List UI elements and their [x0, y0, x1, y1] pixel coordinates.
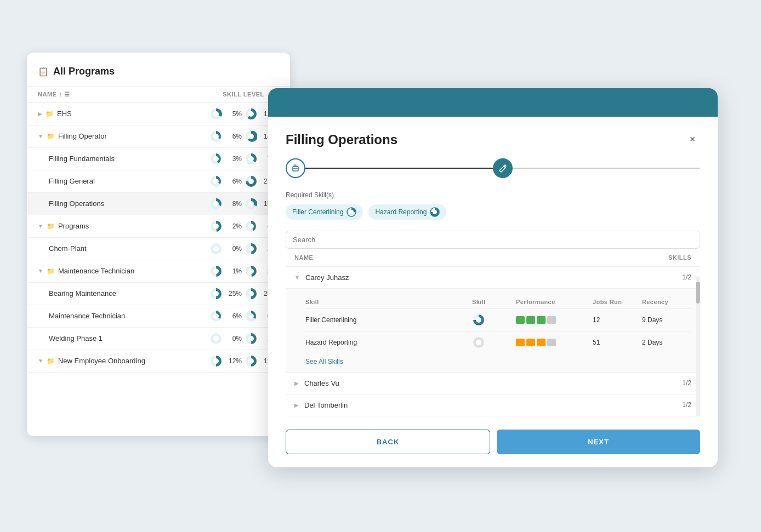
row-label: Filling Operations	[49, 199, 104, 208]
folder-icon: 📁	[47, 222, 55, 230]
required-skills-label: Required Skill(s)	[286, 191, 700, 199]
chevron-right-icon[interactable]: ▶	[38, 111, 42, 117]
metric1-val: 25%	[225, 290, 242, 298]
table-row[interactable]: Filling General 6% 21%	[27, 170, 290, 193]
sort-icon[interactable]: ↑	[59, 91, 62, 98]
close-button[interactable]: ×	[685, 132, 700, 147]
back-button[interactable]: BACK	[286, 430, 490, 454]
step2-icon[interactable]	[493, 158, 513, 178]
scrollbar-track[interactable]	[696, 276, 700, 416]
person-row-del-tomberlin[interactable]: ▶ Del Tomberlin 1/2	[286, 394, 700, 416]
table-row[interactable]: ▼ 📁 New Employee Onboarding 12%	[27, 350, 290, 373]
table-row[interactable]: Welding Phase 1 0% 1%	[27, 328, 290, 350]
recency-val: 9 Days	[642, 316, 691, 324]
person-row-charles-vu[interactable]: ▶ Charles Vu 1/2	[286, 373, 700, 394]
svg-point-31	[248, 268, 254, 274]
svg-point-23	[248, 224, 254, 229]
table-header: NAME ↑ ☰ SKILL LEVEL	[27, 87, 290, 103]
bar-1	[516, 316, 525, 324]
row-label: Maintenance Technician	[58, 267, 134, 275]
clipboard-icon: 📋	[38, 66, 49, 77]
table-row[interactable]: ▼ 📁 Filling Operator 6%	[27, 125, 290, 148]
skill-chip-icon	[430, 207, 440, 217]
chevron-down-icon[interactable]: ▼	[38, 268, 43, 274]
skill-chip-label: Hazard Reporting	[375, 208, 427, 216]
skill-chip-filler-centerlining[interactable]: Filler Centerlining	[286, 204, 363, 220]
metric1-val: 8%	[225, 200, 242, 208]
pencil-icon	[498, 164, 507, 173]
row-label: Filling Operator	[58, 132, 107, 140]
metric1-val: 3%	[225, 155, 242, 163]
table-row[interactable]: ▶ 📁 EHS 5% 13%	[27, 103, 290, 125]
row-label: Filling Fundamentals	[49, 155, 115, 163]
pie-chart-1	[210, 333, 222, 345]
skill-row-hazard-reporting: Hazard Reporting	[305, 331, 691, 353]
chevron-right-icon[interactable]: ▶	[294, 402, 299, 408]
scrollbar-thumb[interactable]	[696, 282, 700, 304]
svg-point-15	[248, 179, 254, 184]
table-row[interactable]: Filling Operations 8% 15%	[27, 193, 290, 215]
row-label: Welding Phase 1	[49, 334, 103, 342]
row-label: Programs	[58, 222, 89, 230]
folder-icon: 📁	[47, 267, 55, 275]
chevron-down-icon[interactable]: ▼	[38, 358, 43, 364]
table-row[interactable]: Maintenance Technician 6% 6%	[27, 305, 290, 328]
skill-chip-hazard-reporting[interactable]: Hazard Reporting	[368, 204, 446, 220]
performance-col: Performance	[516, 299, 593, 305]
metric1-val: 12%	[225, 357, 242, 365]
see-all-skills-link[interactable]: See All Skills	[305, 353, 343, 372]
person-detail-carey-juhasz: Skill Skill Performance Jobs Run Recency…	[286, 289, 700, 373]
name-column-label: NAME	[38, 91, 56, 98]
svg-point-7	[248, 134, 254, 139]
chevron-down-icon[interactable]: ▼	[294, 274, 300, 281]
svg-point-39	[248, 313, 254, 319]
chevron-down-icon[interactable]: ▼	[38, 133, 43, 139]
name-col-header: NAME	[294, 254, 658, 261]
bar-3	[537, 316, 546, 324]
pie-chart-1	[210, 153, 222, 165]
skill-chip-label: Filler Centerlining	[292, 208, 343, 216]
table-row[interactable]: Chem-Plant 0% 2%	[27, 238, 290, 260]
step1-icon[interactable]	[286, 158, 305, 178]
svg-point-25	[213, 246, 219, 251]
skill-chip-icon	[347, 207, 356, 217]
pie-chart-1	[210, 310, 222, 322]
pie-chart-2	[245, 153, 257, 165]
bar-2	[526, 339, 535, 346]
svg-point-53	[433, 210, 437, 214]
svg-point-51	[349, 210, 354, 214]
pie-chart-1	[210, 175, 222, 187]
chevron-right-icon[interactable]: ▶	[294, 380, 299, 386]
metric1-val: 2%	[225, 222, 242, 230]
table-row[interactable]: Bearing Maintenance 25% 25%	[27, 283, 290, 305]
pie-chart-2	[245, 355, 257, 367]
table-row[interactable]: Filling Fundamentals 3% 7%	[27, 148, 290, 170]
search-input[interactable]	[286, 231, 700, 249]
pie-chart-2	[245, 288, 257, 300]
pie-chart-2	[245, 220, 257, 232]
skill-pie-icon	[472, 313, 485, 327]
svg-point-41	[213, 336, 219, 341]
page-title: All Programs	[53, 66, 115, 77]
person-row-carey-juhasz[interactable]: ▼ Carey Juhasz 1/2	[286, 267, 700, 289]
modal-header	[268, 88, 718, 117]
table-row[interactable]: ▼ 📁 Programs 2% 4%	[27, 215, 290, 238]
bar-2	[526, 316, 535, 324]
skill-detail-header: Skill Skill Performance Jobs Run Recency	[305, 295, 691, 308]
next-button[interactable]: NEXT	[497, 430, 700, 454]
filter-icon[interactable]: ☰	[64, 91, 70, 98]
svg-point-27	[248, 246, 254, 251]
chevron-down-icon[interactable]: ▼	[38, 223, 43, 229]
svg-point-33	[213, 291, 219, 296]
metric1-val: 6%	[225, 312, 242, 320]
table-row[interactable]: ▼ 📁 Maintenance Technician 1%	[27, 260, 290, 283]
folder-icon: 📁	[47, 357, 55, 365]
svg-point-9	[213, 156, 219, 162]
svg-point-13	[213, 179, 219, 184]
pie-chart-2	[245, 265, 257, 277]
row-label: EHS	[57, 110, 72, 118]
skill-icon-cell	[472, 336, 516, 349]
svg-point-35	[248, 291, 254, 296]
wizard-steps	[286, 158, 700, 178]
svg-point-11	[248, 156, 254, 162]
